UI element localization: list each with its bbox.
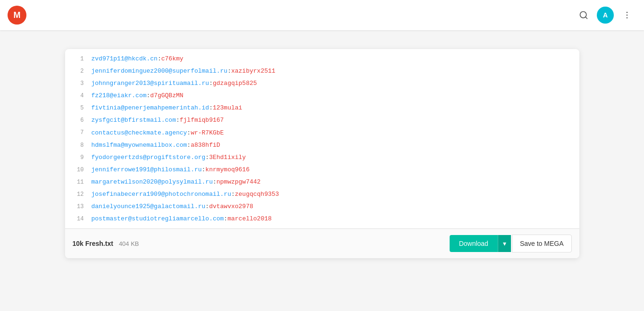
line-email: contactus@checkmate.agency <box>92 128 187 138</box>
line-separator: : <box>209 78 213 89</box>
svg-line-1 <box>585 17 587 19</box>
line-email: fyodorgeertzds@progiftstore.org <box>92 152 206 163</box>
line-separator: : <box>205 152 209 163</box>
line-email: danielyounce1925@galactomail.ru <box>92 202 206 212</box>
line-separator: : <box>205 202 209 212</box>
line-password: knrmymoq9616 <box>205 165 250 175</box>
line-separator: : <box>176 115 180 126</box>
line-number: 12 <box>69 190 84 199</box>
table-row: 3johnngranger2013@spirituamail.ru:gdzagq… <box>65 77 579 90</box>
file-name: 10k Fresh.txt <box>73 240 113 247</box>
svg-point-4 <box>627 17 628 19</box>
footer-actions: Download ▾ Save to MEGA <box>450 235 572 252</box>
line-password: xazibyrx2511 <box>231 66 276 76</box>
search-button[interactable] <box>574 6 593 25</box>
line-email: margaretwilson2020@polysylmail.ru <box>92 177 213 187</box>
line-password: c76kmy <box>161 54 184 64</box>
app-header: M A <box>0 0 644 30</box>
line-password: 123mulai <box>213 103 242 113</box>
line-number: 2 <box>69 67 84 76</box>
table-row: 7contactus@checkmate.agency:wr-R7KGbE <box>65 127 579 139</box>
line-separator: : <box>227 66 231 76</box>
more-options-icon <box>622 10 632 20</box>
more-options-button[interactable] <box>618 6 636 25</box>
line-number: 1 <box>69 54 84 64</box>
line-number: 6 <box>69 116 84 125</box>
file-size: 404 KB <box>119 240 139 247</box>
svg-point-3 <box>627 15 628 16</box>
chevron-down-icon: ▾ <box>503 240 506 247</box>
table-row: 2jenniferdominguez2000@superfolmail.ru:x… <box>65 65 579 77</box>
header-left: M <box>8 6 26 25</box>
line-password: 5s5eteft <box>150 226 179 228</box>
line-password: 3Ehd1ixily <box>209 152 246 163</box>
line-email: fz218@eiakr.com <box>92 91 147 101</box>
line-separator: : <box>187 128 191 138</box>
line-email: postmaster@studiotregliamarcello.com <box>92 214 224 224</box>
download-button[interactable]: Download <box>450 235 498 252</box>
line-email: josefinabecerra1909@photochronomail.ru <box>92 189 231 200</box>
line-number: 4 <box>69 91 84 101</box>
table-row: 6zysfgcit@bfirstmail.com:fjlfmiqb9167 <box>65 114 579 126</box>
line-number: 7 <box>69 128 84 137</box>
line-separator: : <box>213 177 217 187</box>
line-password: zeugqcqh9353 <box>235 189 279 200</box>
file-footer: 10k Fresh.txt 404 KB Download ▾ Save to … <box>65 228 579 258</box>
line-number: 11 <box>69 177 84 187</box>
line-email: zysfgcit@bfirstmail.com <box>92 115 176 126</box>
table-row: 10jenniferrowe1991@philosmail.ru:knrmymo… <box>65 164 579 176</box>
line-separator: : <box>187 140 191 151</box>
main-content: 1zvd971p11@hkcdk.cn:c76kmy2jenniferdomin… <box>0 30 644 277</box>
line-email: johnngranger2013@spirituamail.ru <box>92 78 209 89</box>
line-separator: : <box>209 103 213 113</box>
line-email: fy132@eiakr.com <box>92 226 147 228</box>
line-password: fjlfmiqb9167 <box>180 115 224 126</box>
table-row: 13danielyounce1925@galactomail.ru:dvtawv… <box>65 201 579 213</box>
table-row: 8hdmslfma@myownemailbox.com:a838hfiD <box>65 139 579 151</box>
table-row: 15fy132@eiakr.com:5s5eteft <box>65 225 579 228</box>
line-number: 8 <box>69 141 84 150</box>
table-row: 9fyodorgeertzds@progiftstore.org:3Ehd1ix… <box>65 151 579 164</box>
file-content-area[interactable]: 1zvd971p11@hkcdk.cn:c76kmy2jenniferdomin… <box>65 49 579 228</box>
table-row: 12josefinabecerra1909@photochronomail.ru… <box>65 188 579 201</box>
line-email: fivtinia@penerjemahpemerintah.id <box>92 103 209 113</box>
save-to-mega-button[interactable]: Save to MEGA <box>512 235 572 252</box>
line-separator: : <box>158 54 161 64</box>
file-viewer: 1zvd971p11@hkcdk.cn:c76kmy2jenniferdomin… <box>65 49 579 258</box>
line-separator: : <box>231 189 235 200</box>
file-info: 10k Fresh.txt 404 KB <box>73 240 139 247</box>
line-password: npmwzpgw7442 <box>217 177 261 187</box>
table-row: 11margaretwilson2020@polysylmail.ru:npmw… <box>65 176 579 188</box>
svg-point-2 <box>627 12 628 13</box>
line-password: wr-R7KGbE <box>191 128 224 138</box>
line-separator: : <box>224 214 227 224</box>
line-password: d7gGQBzMN <box>150 91 183 101</box>
line-email: jenniferrowe1991@philosmail.ru <box>92 165 202 175</box>
line-separator: : <box>147 226 151 228</box>
line-password: marcello2018 <box>227 214 272 224</box>
line-number: 5 <box>69 103 84 113</box>
line-password: dvtawvxo2978 <box>209 202 253 212</box>
download-arrow-button[interactable]: ▾ <box>498 235 511 252</box>
line-number: 3 <box>69 79 84 88</box>
line-number: 14 <box>69 214 84 224</box>
line-password: a838hfiD <box>191 140 220 151</box>
line-number: 9 <box>69 153 84 162</box>
line-email: zvd971p11@hkcdk.cn <box>92 54 158 64</box>
line-number: 10 <box>69 165 84 175</box>
table-row: 1zvd971p11@hkcdk.cn:c76kmy <box>65 53 579 65</box>
line-separator: : <box>202 165 206 175</box>
user-avatar-button[interactable]: A <box>597 7 614 24</box>
line-separator: : <box>147 91 151 101</box>
search-icon <box>579 10 588 20</box>
table-row: 5fivtinia@penerjemahpemerintah.id:123mul… <box>65 102 579 114</box>
line-number: 13 <box>69 202 84 211</box>
table-row: 14postmaster@studiotregliamarcello.com:m… <box>65 213 579 225</box>
line-email: jenniferdominguez2000@superfolmail.ru <box>92 66 228 76</box>
line-email: hdmslfma@myownemailbox.com <box>92 140 187 151</box>
header-right: A <box>574 6 636 25</box>
line-number: 15 <box>69 227 84 228</box>
line-password: gdzagqip5825 <box>213 78 257 89</box>
mega-logo[interactable]: M <box>8 6 26 25</box>
table-row: 4fz218@eiakr.com:d7gGQBzMN <box>65 90 579 102</box>
